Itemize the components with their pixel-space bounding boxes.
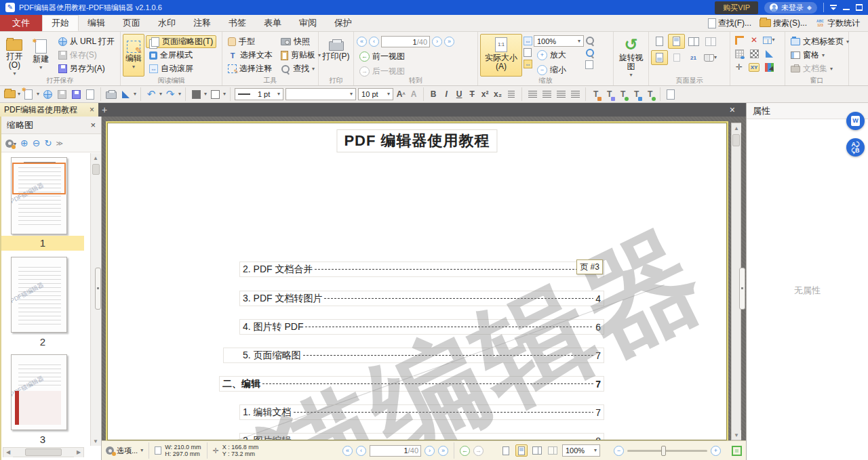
page-number-input[interactable]: 1/40 <box>381 36 430 47</box>
fill-color-button[interactable] <box>190 88 202 101</box>
scroll-right-icon[interactable]: ▶ <box>74 448 83 457</box>
page-thumbnail-button[interactable]: 页面缩略图(T) <box>146 35 216 48</box>
document-close-button[interactable]: × <box>730 104 735 115</box>
search-menu-item[interactable]: 搜索(S)... <box>757 18 810 29</box>
save-button[interactable]: 保存(S) <box>55 49 118 62</box>
select-annotation-button[interactable]: 选择注释 <box>224 62 276 75</box>
qa-url-button[interactable] <box>41 88 54 101</box>
align-center-button[interactable] <box>540 88 553 101</box>
new-document-tab-button[interactable]: + <box>98 103 111 117</box>
file-menu-button[interactable]: 文件 <box>0 15 42 31</box>
left-panel-collapse-handle[interactable] <box>95 268 101 310</box>
status-two-page-button[interactable] <box>531 444 543 457</box>
status-continuous-button[interactable] <box>515 444 528 457</box>
text-apply-button[interactable]: T <box>644 88 656 101</box>
restore-button[interactable] <box>856 4 863 11</box>
align-right-button[interactable] <box>555 88 567 101</box>
increase-font-button[interactable]: A^ <box>395 88 406 101</box>
find-menu-item[interactable]: 查找(F)... <box>705 18 754 29</box>
doc-settings-button[interactable] <box>665 88 677 101</box>
thumbnail-panel-close-button[interactable]: × <box>90 120 96 130</box>
clipboard-button[interactable]: 剪贴板▾ <box>277 49 324 62</box>
tab-form[interactable]: 表单 <box>255 15 290 31</box>
indent-button[interactable] <box>505 88 517 101</box>
two-page-continuous-button[interactable] <box>702 34 719 49</box>
fit-window-button[interactable] <box>732 446 742 456</box>
italic-button[interactable]: I <box>441 88 452 101</box>
tab-protect[interactable]: 保护 <box>326 15 361 31</box>
continuous-page-button[interactable] <box>668 34 685 49</box>
strikethrough-button[interactable]: T <box>467 88 477 101</box>
status-zoom-combo[interactable]: 100%▾ <box>562 444 600 457</box>
tab-home[interactable]: 开始 <box>42 15 79 31</box>
qa-new-button[interactable] <box>22 88 35 101</box>
underline-button[interactable]: U <box>454 88 465 101</box>
thumbnail-horizontal-scrollbar[interactable]: ◀ ▶ <box>3 447 84 457</box>
snap-shape-button[interactable] <box>762 47 776 60</box>
thumbnail-page-2[interactable]: PDF猫编辑器 <box>11 257 67 333</box>
text-save-button[interactable]: T <box>604 88 615 101</box>
single-page-button[interactable] <box>651 34 668 49</box>
thumbnail-zoom-out-button[interactable]: ⊖ <box>33 138 41 148</box>
zoom-level-combo[interactable]: 100%▾ <box>534 35 584 47</box>
status-next-page-button[interactable]: › <box>425 446 435 456</box>
thumbnail-page-1[interactable]: PDF猫编辑器 <box>11 157 67 234</box>
align-left-button[interactable] <box>526 88 538 101</box>
thumbnail-rotate-button[interactable]: ↻ <box>44 138 52 148</box>
snapshot-button[interactable]: 快照 <box>277 35 324 48</box>
slider-zoom-out-button[interactable]: − <box>614 446 624 456</box>
slider-zoom-in-button[interactable]: + <box>711 446 721 456</box>
document-heading[interactable]: PDF 编辑器使用教程 <box>336 129 497 152</box>
thumbnail-collapse-button[interactable]: ≫ <box>56 140 62 147</box>
buy-vip-button[interactable]: 购买VIP <box>715 1 758 14</box>
scroll-mode-button[interactable] <box>651 50 668 65</box>
select-text-button[interactable]: T选择文本 <box>224 49 276 62</box>
page-order-button[interactable]: 21 <box>685 50 702 65</box>
scroll-up-icon[interactable]: ▲ <box>91 153 100 163</box>
status-page-input[interactable]: 1/40 <box>370 445 421 457</box>
page-preview-button[interactable] <box>585 60 593 69</box>
edit-mode-button[interactable]: 编辑 ▾ <box>123 34 144 77</box>
print-button[interactable]: 打印(P) <box>321 34 351 77</box>
tab-watermark[interactable]: 水印 <box>149 15 184 31</box>
new-button[interactable]: 新建 ▾ <box>28 34 54 77</box>
doc-set-button[interactable]: 文档集▾ <box>787 62 852 75</box>
zoom-slider[interactable] <box>627 450 707 452</box>
status-prev-page-button[interactable]: ‹ <box>356 446 366 456</box>
bold-button[interactable]: B <box>428 88 439 101</box>
right-panel-collapse-handle[interactable] <box>739 268 745 310</box>
thumbnail-label-2[interactable]: 2 <box>1 336 84 348</box>
prev-view-button[interactable]: ←前一视图 <box>356 50 455 63</box>
table-tools-button[interactable]: ▾ <box>762 34 776 46</box>
login-button[interactable]: 未登录 ◆ <box>764 2 817 14</box>
xy-coordinates-button[interactable]: XY <box>747 61 761 73</box>
fullscreen-button[interactable]: 全屏模式 <box>146 49 216 62</box>
thumbnail-label-3[interactable]: 3 <box>1 434 84 445</box>
vscroll-thumb[interactable] <box>92 164 100 175</box>
ruler-button[interactable]: ✛ <box>732 61 746 73</box>
zoom-in-button[interactable]: +放大 <box>534 49 584 62</box>
open-from-url-button[interactable]: 从 URL 打开 <box>55 35 118 48</box>
fit-width-button[interactable] <box>524 37 532 45</box>
loupe-zoom-button[interactable] <box>585 48 595 58</box>
options-button[interactable]: 选项... ▾ <box>106 446 143 456</box>
collapse-ribbon-button[interactable] <box>830 4 837 11</box>
doc-scroll-up-icon[interactable]: ▲ <box>732 123 741 133</box>
open-button[interactable]: 打开(O) ▾ <box>2 34 27 77</box>
first-page-button[interactable]: « <box>357 37 367 47</box>
decrease-font-button[interactable]: A <box>408 88 419 101</box>
hand-tool-button[interactable]: 手型 <box>224 35 276 48</box>
crop-corner-button[interactable] <box>732 34 746 46</box>
zoom-out-button[interactable]: −缩小 <box>534 64 584 77</box>
text-insert-button[interactable]: T <box>590 88 601 101</box>
status-first-page-button[interactable]: « <box>342 446 353 456</box>
qa-export-button[interactable] <box>84 88 96 101</box>
tab-bookmark[interactable]: 书签 <box>220 15 255 31</box>
tab-edit[interactable]: 编辑 <box>79 15 114 31</box>
superscript-button[interactable]: x² <box>479 88 490 101</box>
split-view-button[interactable] <box>668 50 685 65</box>
actual-size-button[interactable]: 1:1 实际大小(A) <box>480 34 522 77</box>
font-family-combo[interactable]: ▾ <box>285 88 356 100</box>
redo-button[interactable]: ↷ <box>164 88 176 101</box>
status-last-page-button[interactable]: » <box>438 446 448 456</box>
